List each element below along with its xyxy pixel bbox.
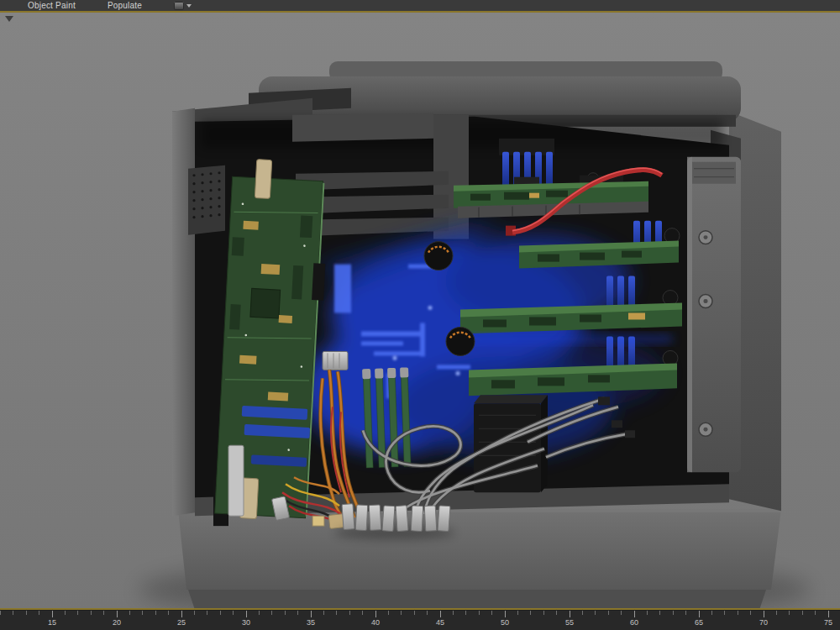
3d-app-window: Object Paint Populate (0, 0, 840, 630)
timeline-label: 55 (565, 618, 574, 627)
perspective-viewport[interactable] (0, 13, 840, 608)
viewport-menu-arrow-icon[interactable] (5, 16, 13, 22)
timeline-label: 60 (630, 618, 638, 627)
timeline-label: 70 (759, 618, 768, 627)
dropdown-arrow-icon (186, 4, 192, 8)
side-door (687, 157, 741, 472)
ribbon-tab-populate[interactable]: Populate (108, 0, 142, 11)
timeline-label: 40 (371, 618, 380, 627)
timeline-ruler[interactable]: 15 20 25 30 35 40 45 50 55 60 65 70 75 (0, 610, 840, 630)
timeline-label: 35 (307, 618, 315, 627)
timeline-label: 50 (501, 618, 509, 627)
ribbon-tab-object-paint[interactable]: Object Paint (28, 0, 76, 11)
viewport-render (0, 13, 840, 608)
ribbon-bar: Object Paint Populate (0, 0, 840, 11)
timeline-label: 65 (695, 618, 703, 627)
io-bracket (228, 445, 244, 516)
timeline-label: 15 (48, 618, 56, 627)
timeline-label: 45 (436, 618, 444, 627)
timeline-label: 20 (113, 618, 121, 627)
timeline-label: 75 (824, 618, 832, 627)
timeline-label: 30 (242, 618, 250, 627)
case-base (178, 509, 781, 608)
paint-tool-icon (174, 2, 184, 10)
timeline-label: 25 (177, 618, 186, 627)
ribbon-tool-button[interactable] (174, 2, 192, 10)
